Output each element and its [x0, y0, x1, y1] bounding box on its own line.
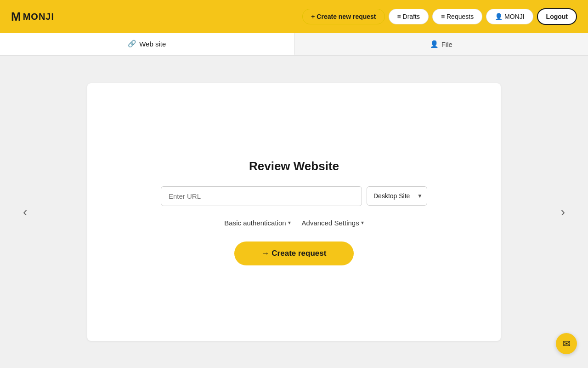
website-icon: 🔗	[128, 40, 136, 48]
create-new-request-button[interactable]: + Create new request	[302, 9, 384, 24]
url-input[interactable]	[161, 186, 362, 206]
url-row: Desktop Site Mobile Site Tablet ▼	[161, 186, 427, 206]
form-title: Review Website	[249, 159, 339, 173]
header: M MONJI + Create new request ≡ Drafts ≡ …	[0, 0, 588, 33]
basic-auth-button[interactable]: Basic authentication ▾	[224, 217, 290, 229]
basic-auth-label: Basic authentication	[224, 219, 286, 227]
auth-row: Basic authentication ▾ Advanced Settings…	[224, 217, 363, 229]
main-content: ‹ Review Website Desktop Site Mobile Sit…	[0, 56, 588, 368]
tab-website-label: Web site	[139, 40, 166, 48]
logout-label: Logout	[546, 13, 568, 20]
user-menu-button[interactable]: 👤 MONJI	[486, 9, 533, 24]
carousel-prev-button[interactable]: ‹	[18, 200, 32, 224]
logo: M MONJI	[11, 10, 54, 24]
create-request-label: → Create request	[262, 249, 327, 258]
drafts-button[interactable]: ≡ Drafts	[389, 9, 429, 24]
carousel-wrapper: ‹ Review Website Desktop Site Mobile Sit…	[9, 65, 579, 359]
requests-label: ≡ Requests	[441, 13, 474, 20]
review-website-card: Review Website Desktop Site Mobile Site …	[87, 83, 501, 341]
logo-text: MONJI	[23, 12, 54, 22]
chat-fab-button[interactable]: ✉	[556, 333, 577, 354]
create-new-request-label: + Create new request	[311, 13, 376, 20]
advanced-settings-label: Advanced Settings	[302, 219, 359, 227]
tab-website[interactable]: 🔗 Web site	[0, 33, 294, 55]
header-nav: + Create new request ≡ Drafts ≡ Requests…	[302, 8, 577, 25]
file-icon: 👤	[430, 40, 439, 48]
tab-file-label: File	[441, 40, 452, 48]
tabs-row: 🔗 Web site 👤 File	[0, 33, 588, 56]
device-select[interactable]: Desktop Site Mobile Site Tablet	[367, 186, 427, 206]
requests-button[interactable]: ≡ Requests	[432, 9, 482, 24]
logo-m-icon: M	[11, 10, 21, 24]
carousel-next-button[interactable]: ›	[556, 200, 570, 224]
create-request-button[interactable]: → Create request	[234, 242, 354, 265]
device-select-wrapper: Desktop Site Mobile Site Tablet ▼	[367, 186, 427, 206]
user-label: 👤 MONJI	[495, 13, 524, 20]
advanced-settings-button[interactable]: Advanced Settings ▾	[302, 217, 364, 229]
logout-button[interactable]: Logout	[537, 8, 577, 25]
envelope-icon: ✉	[563, 338, 571, 349]
advanced-settings-chevron-icon: ▾	[361, 219, 364, 226]
basic-auth-chevron-icon: ▾	[288, 219, 291, 226]
drafts-label: ≡ Drafts	[397, 13, 420, 20]
chevron-right-icon: ›	[561, 205, 565, 219]
tab-file[interactable]: 👤 File	[294, 33, 588, 55]
chevron-left-icon: ‹	[23, 205, 27, 219]
